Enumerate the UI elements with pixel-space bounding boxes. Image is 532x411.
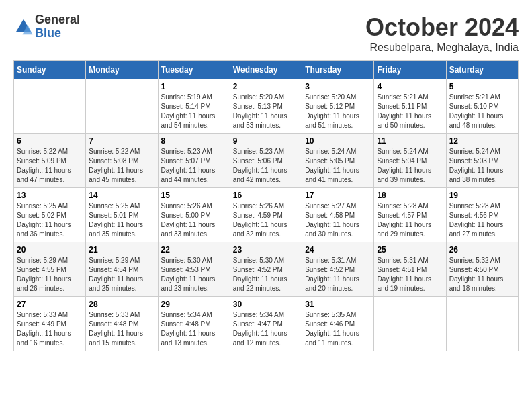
calendar-cell: 9Sunrise: 5:23 AM Sunset: 5:06 PM Daylig… [230,134,302,188]
day-info: Sunrise: 5:29 AM Sunset: 4:55 PM Dayligh… [17,256,83,293]
day-number: 6 [17,136,83,146]
day-number: 21 [89,245,154,255]
logo-icon [13,17,34,37]
day-info: Sunrise: 5:19 AM Sunset: 5:14 PM Dayligh… [161,93,227,130]
calendar-cell: 27Sunrise: 5:33 AM Sunset: 4:49 PM Dayli… [14,297,86,351]
day-info: Sunrise: 5:35 AM Sunset: 4:46 PM Dayligh… [305,310,371,348]
calendar-cell: 26Sunrise: 5:32 AM Sunset: 4:50 PM Dayli… [446,242,518,297]
day-info: Sunrise: 5:25 AM Sunset: 5:01 PM Dayligh… [89,201,154,239]
calendar-cell: 1Sunrise: 5:19 AM Sunset: 5:14 PM Daylig… [158,79,230,134]
calendar-cell: 28Sunrise: 5:33 AM Sunset: 4:48 PM Dayli… [86,297,158,351]
day-info: Sunrise: 5:32 AM Sunset: 4:50 PM Dayligh… [449,256,515,293]
day-number: 11 [377,136,443,146]
day-info: Sunrise: 5:31 AM Sunset: 4:52 PM Dayligh… [305,256,371,293]
day-number: 8 [161,136,227,146]
day-info: Sunrise: 5:34 AM Sunset: 4:48 PM Dayligh… [161,310,227,348]
day-info: Sunrise: 5:23 AM Sunset: 5:06 PM Dayligh… [233,147,299,185]
calendar-cell: 23Sunrise: 5:30 AM Sunset: 4:52 PM Dayli… [230,242,302,297]
day-number: 10 [305,136,371,146]
day-info: Sunrise: 5:27 AM Sunset: 4:58 PM Dayligh… [305,201,371,239]
day-info: Sunrise: 5:34 AM Sunset: 4:47 PM Dayligh… [233,310,299,348]
day-info: Sunrise: 5:24 AM Sunset: 5:05 PM Dayligh… [305,147,371,185]
day-number: 30 [233,300,299,309]
day-number: 23 [233,245,299,255]
day-number: 24 [305,245,371,255]
calendar-cell: 19Sunrise: 5:28 AM Sunset: 4:56 PM Dayli… [446,188,518,242]
calendar-cell: 30Sunrise: 5:34 AM Sunset: 4:47 PM Dayli… [230,297,302,351]
day-number: 1 [161,82,227,91]
calendar-cell: 15Sunrise: 5:26 AM Sunset: 5:00 PM Dayli… [158,188,230,242]
month-title: October 2024 [365,13,519,42]
calendar-cell: 2Sunrise: 5:20 AM Sunset: 5:13 PM Daylig… [230,79,302,134]
day-info: Sunrise: 5:26 AM Sunset: 4:59 PM Dayligh… [233,201,299,239]
day-info: Sunrise: 5:22 AM Sunset: 5:09 PM Dayligh… [17,147,83,185]
day-number: 17 [305,191,371,200]
day-info: Sunrise: 5:28 AM Sunset: 4:57 PM Dayligh… [377,201,443,239]
calendar-cell: 3Sunrise: 5:20 AM Sunset: 5:12 PM Daylig… [302,79,374,134]
day-number: 15 [161,191,227,200]
day-info: Sunrise: 5:30 AM Sunset: 4:52 PM Dayligh… [233,256,299,293]
calendar-cell: 7Sunrise: 5:22 AM Sunset: 5:08 PM Daylig… [86,134,158,188]
calendar-cell [14,79,86,134]
day-number: 29 [161,300,227,309]
calendar-cell: 25Sunrise: 5:31 AM Sunset: 4:51 PM Dayli… [374,242,446,297]
day-number: 14 [89,191,154,200]
calendar-cell: 13Sunrise: 5:25 AM Sunset: 5:02 PM Dayli… [14,188,86,242]
calendar-cell: 17Sunrise: 5:27 AM Sunset: 4:58 PM Dayli… [302,188,374,242]
day-info: Sunrise: 5:28 AM Sunset: 4:56 PM Dayligh… [449,201,515,239]
day-number: 18 [377,191,443,200]
day-info: Sunrise: 5:29 AM Sunset: 4:54 PM Dayligh… [89,256,154,293]
day-number: 20 [17,245,83,255]
day-number: 31 [305,300,371,309]
calendar-cell: 22Sunrise: 5:30 AM Sunset: 4:53 PM Dayli… [158,242,230,297]
calendar-cell: 16Sunrise: 5:26 AM Sunset: 4:59 PM Dayli… [230,188,302,242]
logo-blue: Blue [35,27,80,40]
calendar-cell: 4Sunrise: 5:21 AM Sunset: 5:11 PM Daylig… [374,79,446,134]
header-sunday: Sunday [14,61,86,79]
header-friday: Friday [374,61,446,79]
logo: General Blue [13,13,80,40]
header-tuesday: Tuesday [158,61,230,79]
day-number: 25 [377,245,443,255]
day-info: Sunrise: 5:21 AM Sunset: 5:11 PM Dayligh… [377,93,443,130]
calendar-cell: 29Sunrise: 5:34 AM Sunset: 4:48 PM Dayli… [158,297,230,351]
day-number: 7 [89,136,154,146]
week-row-4: 27Sunrise: 5:33 AM Sunset: 4:49 PM Dayli… [14,297,519,351]
calendar-cell: 5Sunrise: 5:21 AM Sunset: 5:10 PM Daylig… [446,79,518,134]
day-info: Sunrise: 5:31 AM Sunset: 4:51 PM Dayligh… [377,256,443,293]
calendar-cell: 31Sunrise: 5:35 AM Sunset: 4:46 PM Dayli… [302,297,374,351]
day-number: 4 [377,82,443,91]
calendar-cell: 11Sunrise: 5:24 AM Sunset: 5:04 PM Dayli… [374,134,446,188]
calendar-cell [446,297,518,351]
calendar-cell: 12Sunrise: 5:24 AM Sunset: 5:03 PM Dayli… [446,134,518,188]
calendar: SundayMondayTuesdayWednesdayThursdayFrid… [13,60,519,351]
day-info: Sunrise: 5:23 AM Sunset: 5:07 PM Dayligh… [161,147,227,185]
week-row-3: 20Sunrise: 5:29 AM Sunset: 4:55 PM Dayli… [14,242,519,297]
day-number: 9 [233,136,299,146]
week-row-1: 6Sunrise: 5:22 AM Sunset: 5:09 PM Daylig… [14,134,519,188]
calendar-cell: 20Sunrise: 5:29 AM Sunset: 4:55 PM Dayli… [14,242,86,297]
header-saturday: Saturday [446,61,518,79]
title-block: October 2024 Resubelpara, Meghalaya, Ind… [365,13,519,54]
calendar-cell: 21Sunrise: 5:29 AM Sunset: 4:54 PM Dayli… [86,242,158,297]
day-info: Sunrise: 5:33 AM Sunset: 4:48 PM Dayligh… [89,310,154,348]
day-info: Sunrise: 5:20 AM Sunset: 5:13 PM Dayligh… [233,93,299,130]
day-number: 3 [305,82,371,91]
calendar-cell: 6Sunrise: 5:22 AM Sunset: 5:09 PM Daylig… [14,134,86,188]
day-number: 19 [449,191,515,200]
day-info: Sunrise: 5:22 AM Sunset: 5:08 PM Dayligh… [89,147,154,185]
week-row-2: 13Sunrise: 5:25 AM Sunset: 5:02 PM Dayli… [14,188,519,242]
calendar-header-row: SundayMondayTuesdayWednesdayThursdayFrid… [14,61,519,79]
day-info: Sunrise: 5:33 AM Sunset: 4:49 PM Dayligh… [17,310,83,348]
calendar-cell: 14Sunrise: 5:25 AM Sunset: 5:01 PM Dayli… [86,188,158,242]
logo-general: General [35,13,80,27]
page-header: General Blue October 2024 Resubelpara, M… [13,13,519,54]
day-number: 26 [449,245,515,255]
calendar-cell: 18Sunrise: 5:28 AM Sunset: 4:57 PM Dayli… [374,188,446,242]
day-number: 5 [449,82,515,91]
day-info: Sunrise: 5:24 AM Sunset: 5:04 PM Dayligh… [377,147,443,185]
header-wednesday: Wednesday [230,61,302,79]
day-info: Sunrise: 5:25 AM Sunset: 5:02 PM Dayligh… [17,201,83,239]
week-row-0: 1Sunrise: 5:19 AM Sunset: 5:14 PM Daylig… [14,79,519,134]
location: Resubelpara, Meghalaya, India [365,42,519,54]
